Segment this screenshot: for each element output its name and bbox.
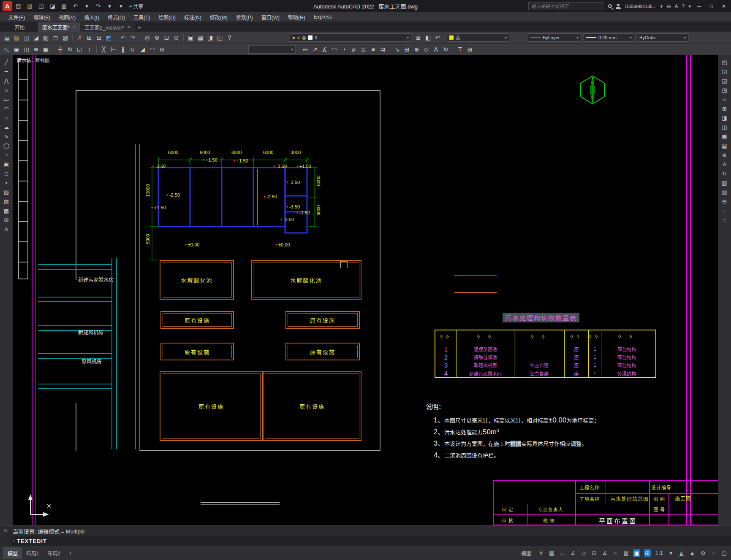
dim-arc-icon[interactable]: ◠: [330, 45, 339, 54]
elevation-marker[interactable]: ▼ ±0.00: [274, 243, 290, 247]
drawing-canvas[interactable]: 废水站二维线图 ✕ 新建污泥脱水房新建风机房原风机房 水解酸化池 水解酸化池 原…: [0, 55, 731, 525]
dimension-text[interactable]: 5000: [145, 234, 150, 244]
toolbar-icon[interactable]: [116, 34, 116, 41]
sheetset-icon[interactable]: ▧: [720, 179, 729, 187]
clean-screen-icon[interactable]: ▢: [721, 549, 728, 557]
chamfer-icon[interactable]: ◢: [138, 45, 147, 54]
polar-tracking-icon[interactable]: ∠: [570, 549, 576, 557]
markup-icon[interactable]: ◨: [720, 114, 729, 122]
layout-tab[interactable]: 模型: [3, 547, 22, 559]
facility-box[interactable]: 水解酸化池: [251, 260, 361, 300]
help-icon[interactable]: ?: [225, 33, 234, 42]
dim-aligned-icon[interactable]: ↗: [310, 45, 319, 54]
new-icon[interactable]: ▤: [3, 33, 11, 42]
menu-item[interactable]: 参数(P): [232, 12, 257, 22]
center-mark-icon[interactable]: ⊕: [412, 45, 421, 54]
elevation-marker[interactable]: ▼ -3.50: [272, 164, 287, 169]
qat-new-icon[interactable]: ▤: [14, 2, 23, 11]
app-logo-icon[interactable]: A: [3, 1, 12, 11]
draworder-back-icon[interactable]: ◱: [720, 67, 729, 76]
elevation-marker[interactable]: ▼ -2.50: [263, 195, 277, 199]
polyline-icon[interactable]: ⋀: [2, 76, 11, 85]
note-line[interactable]: 4、二沉池周围设有护栏。: [434, 449, 499, 460]
viewport-label[interactable]: 废水站二维线图: [17, 57, 49, 63]
plotstyle-combo-caret-icon[interactable]: ▾: [684, 35, 686, 40]
zoom-previous-icon[interactable]: ⊙: [172, 33, 181, 42]
color-combo[interactable]: 黄 ▾: [447, 33, 509, 42]
undo-icon[interactable]: ↶: [119, 33, 128, 42]
publish-icon[interactable]: ▨: [61, 33, 70, 42]
isodraft-icon[interactable]: ◇: [580, 549, 587, 557]
qat-customize-caret-icon[interactable]: ▾: [117, 2, 125, 11]
transparency-icon[interactable]: ▨: [622, 549, 629, 557]
facility-box[interactable]: 原有设施: [263, 371, 361, 441]
command-window-close-icon[interactable]: ✕: [3, 528, 7, 533]
dimension-text[interactable]: 6000: [168, 150, 178, 155]
dim-diameter-icon[interactable]: ⌀: [349, 45, 358, 54]
annotation-scale-label[interactable]: 1:1: [655, 549, 664, 557]
layer-properties-icon[interactable]: ≣: [414, 33, 423, 42]
qat-open-icon[interactable]: ▧: [25, 2, 34, 11]
area-label[interactable]: 原风机房: [82, 357, 102, 365]
facility-box[interactable]: 原有设施: [160, 343, 234, 360]
user-avatar-icon[interactable]: [616, 4, 621, 9]
update-field-icon[interactable]: ↻: [720, 169, 729, 178]
gradient-icon[interactable]: ▧: [2, 197, 11, 206]
menu-item[interactable]: 视图(V): [54, 12, 80, 22]
multileader-icon[interactable]: ↘: [393, 45, 402, 54]
rectangle-icon[interactable]: ▭: [2, 95, 11, 104]
fillet-icon[interactable]: ◠: [148, 45, 157, 54]
linetype-combo[interactable]: ByLayer ▾: [528, 33, 581, 42]
user-id[interactable]: 15059991135...: [625, 4, 657, 9]
elevation-marker[interactable]: ▼ -3.00: [280, 217, 294, 222]
lineweight-combo-caret-icon[interactable]: ▾: [630, 35, 632, 40]
qat-undo-caret-icon[interactable]: ▾: [82, 2, 91, 11]
modify-icon[interactable]: [53, 46, 53, 53]
explode-icon[interactable]: ⊛: [158, 45, 166, 54]
menu-item[interactable]: 窗口(W): [257, 12, 284, 22]
hatch-icon[interactable]: ▨: [2, 188, 11, 197]
color-combo-caret-icon[interactable]: ▾: [505, 35, 507, 40]
layout-tab[interactable]: +: [65, 548, 76, 559]
lineweight-display-icon[interactable]: ≡: [612, 549, 619, 557]
quick-dim-icon[interactable]: ≣: [359, 45, 368, 54]
notes-heading[interactable]: 说明：: [426, 402, 445, 411]
measure-icon[interactable]: ≣: [720, 95, 729, 104]
help-icon[interactable]: ?: [682, 3, 685, 9]
toolbar-icon[interactable]: [183, 34, 184, 41]
quantity-table[interactable]: ??? ?? ?????? ? 1 泥膜反应池 座 1 砖混结构 2 接触过滤池…: [435, 330, 656, 378]
break-icon[interactable]: ∦: [119, 45, 128, 54]
user-caret-icon[interactable]: ▾: [660, 3, 663, 9]
table-icon[interactable]: ⊞: [465, 45, 474, 54]
modify-icon[interactable]: [96, 46, 97, 53]
region-icon[interactable]: ▩: [2, 206, 11, 215]
qat-redo-caret-icon[interactable]: ▾: [105, 2, 114, 11]
document-tab[interactable]: 工艺图2_recover* ×: [80, 22, 135, 32]
note-line[interactable]: 1、本图尺寸以毫米计，标高以米计，相对标高±0.00为地坪标高；: [434, 414, 599, 425]
elevation-marker[interactable]: ▼ -3.50: [285, 205, 300, 209]
menu-item[interactable]: 绘图(D): [154, 12, 180, 22]
dimension-icon[interactable]: [390, 46, 390, 53]
xref-icon[interactable]: ◫: [720, 123, 729, 132]
copy-clip-icon[interactable]: ⊞: [85, 33, 94, 42]
layer-combo-caret-icon[interactable]: ▾: [407, 35, 409, 40]
dim-radius-icon[interactable]: ◔: [340, 45, 348, 54]
qat-saveas-icon[interactable]: ◪: [48, 2, 57, 11]
dimension-text[interactable]: 6000: [316, 205, 321, 215]
quickcalc-icon[interactable]: ⊞: [720, 104, 729, 113]
cart-icon[interactable]: ⊟: [666, 3, 671, 9]
dim-angular-icon[interactable]: ∡: [320, 45, 329, 54]
menu-item[interactable]: 文件(F): [4, 12, 29, 22]
facility-box[interactable]: 原有设施: [160, 371, 263, 441]
ortho-icon[interactable]: ∟: [559, 549, 566, 557]
dim-continue-icon[interactable]: ⇉: [378, 45, 387, 54]
menu-item[interactable]: 编辑(E): [29, 12, 54, 22]
trim-icon[interactable]: ╳: [99, 45, 108, 54]
search-icon[interactable]: [608, 4, 612, 8]
layout-tab[interactable]: 布局1: [22, 547, 43, 559]
tab-close-icon[interactable]: ×: [73, 24, 76, 30]
draworder-above-icon[interactable]: ◲: [720, 76, 729, 85]
copy-icon[interactable]: ▣: [12, 45, 21, 54]
match-properties-icon[interactable]: ◩: [104, 33, 113, 42]
elevation-marker[interactable]: ▼ -2.50: [166, 193, 180, 197]
